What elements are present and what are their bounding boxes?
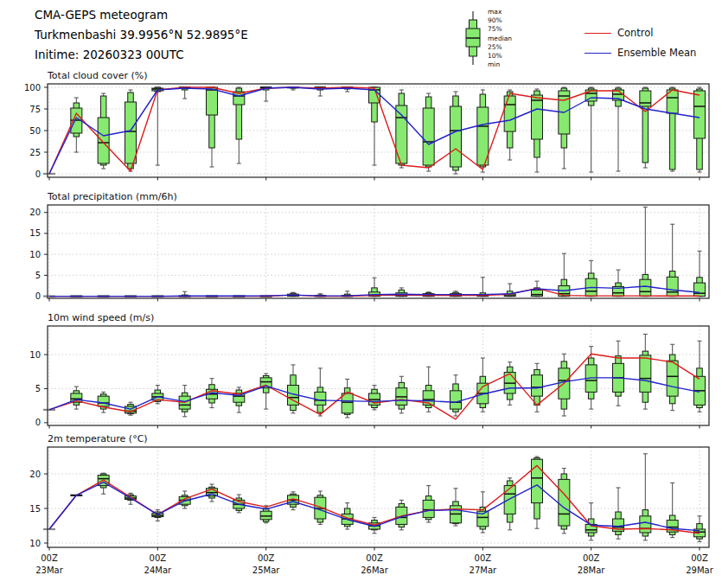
boxplot-25-75	[694, 91, 706, 138]
boxplot-group	[532, 89, 543, 172]
boxplot-group	[450, 375, 462, 416]
boxplot-25-75	[207, 87, 218, 115]
panel-precipitation: 05101520	[29, 205, 709, 302]
control-line-sample	[585, 33, 611, 34]
boxplot-group	[504, 90, 515, 160]
boxplot-group	[233, 495, 245, 513]
y-tick-label: 75	[29, 105, 41, 114]
y-tick-label: 5	[35, 271, 41, 280]
x-tick-label-date: 29Mar	[686, 566, 713, 575]
boxplot-group	[98, 93, 109, 169]
x-tick-label-date: 27Mar	[470, 566, 497, 575]
x-tick-label-hour: 00Z	[366, 553, 383, 563]
boxplot-25-75	[532, 95, 543, 139]
boxplot-group	[260, 374, 272, 409]
boxplot-group	[613, 270, 624, 297]
panel-cloud-cover: 0255075100	[24, 83, 709, 181]
y-tick-label: 10	[29, 350, 41, 360]
boxplot-25-75	[98, 396, 109, 406]
legend-glyph-label: median	[488, 35, 512, 42]
x-tick-label-date: 24Mar	[144, 566, 172, 575]
x-tick-label-hour: 00Z	[41, 553, 58, 563]
boxplot-group	[640, 334, 651, 409]
chart-title: CMA-GEPS meteogram	[35, 5, 248, 25]
y-tick-label: 25	[29, 148, 41, 157]
boxplot-group	[559, 469, 570, 534]
boxplot-25-75	[640, 279, 651, 296]
x-tick-label-date: 23Mar	[35, 566, 63, 575]
boxplot-group	[315, 368, 326, 416]
legend-glyph-label: max	[488, 8, 502, 16]
boxplot-25-75	[98, 118, 109, 163]
panel-title-precipitation: Total precipitation (mm/6h)	[48, 191, 177, 202]
y-tick-label: 50	[29, 126, 41, 136]
legend-glyph-label: min	[488, 61, 500, 68]
x-tick-label-hour: 00Z	[258, 553, 275, 563]
boxplot-group	[694, 87, 706, 172]
boxplot-25-75	[315, 392, 326, 405]
y-tick-label: 5	[35, 384, 41, 393]
boxplot-group	[233, 387, 245, 412]
legend-glyph-label: 25%	[488, 43, 502, 51]
boxplot-25-75	[559, 479, 570, 526]
boxplot-group	[369, 278, 380, 296]
y-tick-label: 0	[35, 418, 41, 427]
boxplot-group	[423, 93, 434, 171]
boxplot-group	[640, 87, 651, 168]
boxplot-25-75	[260, 511, 272, 520]
y-tick-label: 10	[29, 250, 41, 259]
boxplot-group	[396, 376, 407, 413]
boxplot-25-75	[423, 108, 434, 165]
boxplot-group	[396, 90, 407, 168]
ensemble-mean-line-sample	[585, 53, 611, 54]
legend-ensemble-label: Ensemble Mean	[617, 47, 696, 59]
boxplot-group	[640, 207, 651, 296]
panel-title-temperature: 2m temperature (°C)	[48, 433, 148, 444]
panel-title-cloud-cover: Total cloud cover (%)	[48, 70, 148, 81]
panel-wind-speed: 0510	[29, 326, 709, 429]
x-tick-label-date: 28Mar	[578, 566, 605, 575]
boxplot-group	[71, 387, 82, 409]
boxplot-25-75	[423, 500, 434, 517]
meteogram-plot: 025507510005101520051010152000Z23Mar00Z2…	[0, 0, 722, 588]
boxplot-group	[585, 260, 597, 296]
boxplot-25-75	[532, 375, 543, 396]
boxplot-25-75	[667, 361, 678, 396]
boxplot-25-75	[640, 91, 651, 106]
legend-glyph-label: 90%	[488, 16, 502, 24]
boxplot-25-75	[640, 355, 651, 393]
boxplot-25-75	[450, 106, 462, 167]
boxplot-25-75	[694, 283, 706, 296]
boxplot-group	[207, 484, 218, 502]
boxplot-group	[559, 354, 570, 416]
x-tick-label-hour: 00Z	[150, 553, 167, 563]
boxplot-group	[477, 278, 489, 297]
boxplot-group	[423, 486, 434, 522]
boxplot-25-75	[125, 102, 137, 163]
panel-title-wind-speed: 10m wind speed (m/s)	[48, 312, 154, 323]
panel-border	[48, 326, 709, 425]
legend-glyph-label: 10%	[488, 52, 502, 60]
boxplot-group	[694, 251, 706, 296]
boxplot-group	[152, 87, 163, 165]
panel-border	[48, 447, 709, 547]
y-tick-label: 0	[35, 169, 41, 179]
legend-control-label: Control	[617, 27, 654, 39]
x-tick-label-date: 26Mar	[361, 566, 388, 575]
y-tick-label: 20	[29, 470, 41, 479]
y-tick-label: 15	[29, 228, 41, 238]
y-tick-label: 15	[29, 504, 41, 514]
boxplot-25-75	[504, 96, 515, 131]
boxplot-group	[342, 379, 353, 418]
boxplot-25-75	[504, 486, 515, 514]
boxplot-group	[694, 516, 706, 542]
x-tick-label-hour: 00Z	[475, 553, 492, 563]
x-tick-label-hour: 00Z	[691, 553, 708, 563]
boxplot-group	[613, 488, 624, 539]
x-tick-label-date: 25Mar	[252, 566, 280, 575]
boxplot-group	[613, 341, 624, 406]
legend-boxplot-glyph: max90%75%median25%10%min	[466, 8, 512, 68]
boxplot-group	[207, 87, 218, 167]
header: CMA-GEPS meteogram Turkmenbashi 39.9956°…	[35, 5, 248, 65]
y-tick-label: 20	[29, 208, 41, 217]
